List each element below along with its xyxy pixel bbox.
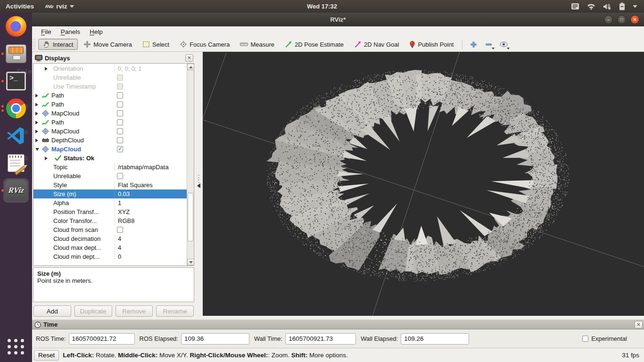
splitter-collapse-icon[interactable] [197, 183, 200, 188]
expand-arrow-icon[interactable] [35, 121, 38, 124]
tool-properties-button[interactable] [496, 39, 511, 50]
add-tool-button[interactable] [466, 39, 480, 50]
property-value[interactable]: Flat Squares [115, 181, 187, 189]
displays-scrollbar[interactable] [187, 64, 194, 265]
time-field-input[interactable] [69, 333, 135, 345]
time-field-input[interactable] [401, 333, 469, 345]
dock-item-firefox[interactable] [0, 13, 32, 40]
display-row-cloud-from-scan[interactable]: Cloud from scan [33, 225, 187, 234]
remove-tool-button[interactable] [481, 39, 495, 50]
display-row-style[interactable]: StyleFlat Squares [33, 181, 187, 189]
property-value[interactable]: 1 [115, 198, 187, 207]
enable-checkbox[interactable] [117, 128, 123, 134]
display-row-cloud-min-dept-[interactable]: Cloud min dept...0 [33, 252, 187, 261]
display-row-color-transfor-[interactable]: Color Transfor...RGB8 [33, 216, 187, 225]
display-row-path[interactable]: Path [33, 91, 187, 100]
collapse-arrow-icon[interactable] [35, 148, 39, 151]
toolbar-drag-handle[interactable] [33, 39, 36, 49]
time-panel-header[interactable]: Time ✕ [32, 320, 644, 329]
enable-checkbox[interactable] [117, 137, 123, 143]
display-row-path[interactable]: Path [33, 118, 187, 127]
dock-item-rviz[interactable]: RViz [0, 177, 32, 204]
menu-file[interactable]: File [37, 27, 56, 36]
dock-item-terminal[interactable]: >_ [0, 67, 32, 95]
display-row-mapcloud[interactable]: MapCloud [33, 145, 187, 154]
display-row-path[interactable]: Path [33, 100, 187, 109]
tool-2d-nav-goal[interactable]: 2D Nav Goal [349, 39, 404, 50]
time-field-input[interactable] [181, 333, 249, 345]
tool-publish-point[interactable]: Publish Point [405, 39, 458, 50]
display-row-alpha[interactable]: Alpha1 [33, 198, 187, 207]
dock-item-files[interactable] [0, 40, 32, 67]
display-row-status-ok[interactable]: Status: Ok [33, 154, 187, 163]
display-row-cloud-decimation[interactable]: Cloud decimation4 [33, 234, 187, 243]
3d-viewport[interactable] [203, 52, 644, 316]
expand-arrow-icon[interactable] [35, 103, 38, 107]
close-button[interactable]: ✕ [630, 15, 639, 24]
enable-checkbox[interactable] [117, 227, 123, 233]
enable-checkbox[interactable] [117, 173, 123, 179]
display-row-mapcloud[interactable]: MapCloud [33, 109, 187, 118]
enable-checkbox[interactable] [117, 101, 123, 107]
window-titlebar[interactable]: RViz* – □ ✕ [32, 13, 644, 26]
app-indicator[interactable]: RViz rviz [40, 0, 80, 13]
time-field-input[interactable] [285, 333, 356, 345]
dock-item-chrome[interactable] [0, 95, 32, 122]
battery-icon[interactable] [619, 2, 625, 10]
display-row-unreliable[interactable]: Unreliable [33, 172, 187, 181]
tool-move-camera[interactable]: Move Camera [79, 39, 137, 50]
property-value[interactable]: 4 [115, 234, 187, 243]
point-cloud-render[interactable] [203, 52, 644, 316]
dock-item-vscode[interactable] [0, 122, 32, 149]
displays-close-icon[interactable]: ✕ [185, 54, 193, 62]
display-row-depthcloud[interactable]: DepthCloud [33, 136, 187, 145]
panel-splitter[interactable] [195, 52, 203, 320]
property-value[interactable]: XYZ [115, 207, 187, 216]
wifi-icon[interactable] [587, 3, 595, 10]
maximize-button[interactable]: □ [617, 15, 626, 24]
property-value[interactable]: /rtabmap/mapData [115, 163, 187, 172]
display-row-cloud-max-dept-[interactable]: Cloud max dept...4 [33, 243, 187, 252]
enable-checkbox[interactable] [117, 92, 123, 99]
add-display-button[interactable]: Add [33, 305, 71, 317]
expand-arrow-icon[interactable] [45, 156, 48, 160]
activities-button[interactable]: Activities [0, 0, 40, 13]
scrollbar-thumb[interactable] [188, 193, 193, 241]
reset-button[interactable]: Reset [34, 350, 59, 361]
display-row-unreliable[interactable]: Unreliable [33, 73, 187, 82]
menu-panels[interactable]: Panels [57, 27, 84, 36]
display-row-use-timestamp[interactable]: Use Timestamp [33, 82, 187, 91]
scroll-up-icon[interactable] [187, 64, 194, 70]
property-value[interactable]: 0 [115, 252, 187, 261]
expand-arrow-icon[interactable] [35, 139, 38, 142]
property-value[interactable]: 0.03 [115, 189, 187, 198]
property-value[interactable]: RGB8 [115, 216, 187, 225]
enable-checkbox[interactable] [117, 119, 123, 125]
clock[interactable]: Wed 17:32 [0, 3, 644, 10]
property-value[interactable]: 4 [115, 243, 187, 252]
tool-select[interactable]: Select [138, 39, 174, 50]
display-row-orientation[interactable]: Orientation0; 0; 0; 1 [33, 64, 187, 73]
display-row-position-transf-[interactable]: Position Transf...XYZ [33, 207, 187, 216]
display-row-size-m-[interactable]: Size (m)0.03 [33, 189, 187, 198]
expand-arrow-icon[interactable] [35, 130, 38, 133]
displays-panel-header[interactable]: Displays ✕ [33, 53, 195, 63]
tool-interact[interactable]: Interact [38, 39, 78, 50]
expand-arrow-icon[interactable] [45, 67, 48, 71]
experimental-checkbox[interactable] [582, 336, 588, 342]
dock-item-text-editor[interactable] [0, 149, 32, 177]
time-close-icon[interactable]: ✕ [635, 321, 643, 329]
volume-muted-icon[interactable] [603, 3, 611, 10]
menu-help[interactable]: Help [85, 27, 107, 36]
expand-arrow-icon[interactable] [35, 112, 38, 115]
enable-checkbox[interactable] [117, 110, 123, 116]
show-applications-button[interactable] [0, 335, 32, 358]
caret-down-icon[interactable] [633, 5, 637, 8]
tool-2d-pose-estimate[interactable]: 2D Pose Estimate [280, 39, 348, 50]
tool-measure[interactable]: Measure [235, 39, 279, 50]
experimental-toggle[interactable]: Experimental [580, 335, 640, 342]
system-tray[interactable] [571, 2, 644, 10]
scroll-down-icon[interactable] [187, 259, 194, 265]
display-row-mapcloud[interactable]: MapCloud [33, 127, 187, 136]
keyboard-indicator-icon[interactable] [571, 3, 579, 10]
